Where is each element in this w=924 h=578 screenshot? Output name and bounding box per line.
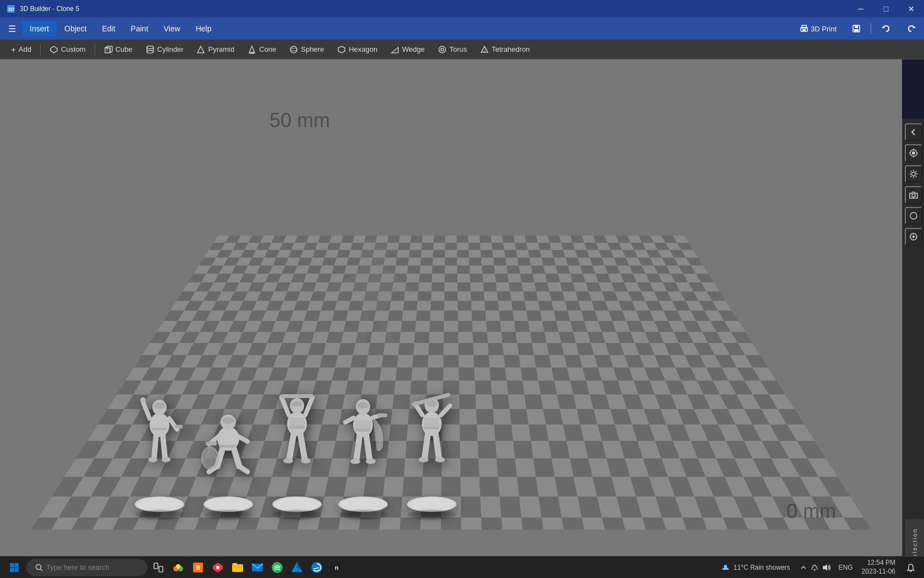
- menu-view[interactable]: View: [156, 21, 188, 36]
- cube-button[interactable]: Cube: [97, 43, 139, 56]
- taskbar-app-2[interactable]: B: [189, 559, 207, 576]
- figure-4[interactable]: [336, 367, 391, 512]
- sidebar-target-button[interactable]: [905, 228, 922, 246]
- save-button[interactable]: [846, 21, 866, 36]
- svg-point-26: [441, 48, 444, 51]
- windows-icon: [9, 563, 19, 572]
- figure-5[interactable]: [402, 364, 462, 512]
- taskbar-app-5[interactable]: [249, 559, 266, 576]
- svg-point-32: [154, 402, 165, 409]
- figure-3-base: [272, 497, 322, 512]
- svg-rect-6: [855, 25, 858, 28]
- svg-rect-118: [15, 563, 19, 568]
- svg-line-107: [910, 171, 911, 172]
- figure-2-shadow: [204, 509, 253, 520]
- tetrahedron-button[interactable]: Tetrahedron: [474, 43, 536, 56]
- cone-icon: [248, 45, 256, 54]
- titlebar: 3D 3D Builder - Clone 5 ─ □ ✕: [0, 0, 924, 18]
- svg-point-25: [439, 46, 446, 53]
- sidebar-light-button[interactable]: [905, 165, 922, 183]
- taskbar-app-4[interactable]: [229, 559, 246, 576]
- taskview-button[interactable]: [150, 559, 167, 576]
- svg-line-108: [915, 176, 916, 177]
- spotify-icon: [271, 561, 284, 574]
- svg-marker-18: [197, 46, 204, 53]
- add-button[interactable]: + Add: [4, 42, 38, 56]
- camera-icon: [909, 190, 918, 199]
- pyramid-button[interactable]: Pyramid: [190, 43, 241, 56]
- figure-1[interactable]: [132, 370, 187, 512]
- pyramid-icon: [196, 45, 205, 54]
- taskbar-app-8[interactable]: [308, 559, 326, 576]
- 3dprint-button[interactable]: 3D Print: [794, 21, 842, 36]
- taskbar-app-9[interactable]: n: [328, 559, 345, 576]
- canvas-area[interactable]: 50 mm 0 mm: [0, 59, 902, 578]
- hamburger-menu[interactable]: ☰: [2, 19, 22, 39]
- add-icon: +: [11, 45, 16, 54]
- svg-rect-131: [232, 564, 243, 572]
- close-button[interactable]: ✕: [899, 0, 924, 18]
- menubar-right: 3D Print: [794, 21, 922, 36]
- svg-point-39: [162, 457, 170, 462]
- search-placeholder: Type here to search: [46, 563, 109, 571]
- search-icon: [35, 564, 43, 571]
- 3dprint-label: 3D Print: [811, 25, 837, 33]
- custom-button[interactable]: Custom: [43, 43, 92, 56]
- svg-point-74: [350, 459, 360, 464]
- hexagon-button[interactable]: Hexagon: [331, 43, 384, 56]
- svg-rect-3: [802, 25, 806, 28]
- custom-label: Custom: [61, 45, 86, 53]
- sidebar-snap-button[interactable]: [905, 144, 922, 162]
- taskbar-app-6[interactable]: [268, 559, 286, 576]
- clock: 12:54 PM: [862, 559, 895, 568]
- sidebar-circle-button[interactable]: [905, 207, 922, 225]
- torus-label: Torus: [449, 45, 467, 53]
- light-icon: [909, 170, 918, 178]
- expand-tray-icon[interactable]: [800, 564, 807, 571]
- menu-edit[interactable]: Edit: [94, 21, 123, 36]
- custom-icon: [50, 45, 58, 54]
- svg-rect-35: [175, 425, 183, 428]
- redo-icon: [906, 24, 916, 34]
- svg-rect-76: [355, 420, 371, 430]
- svg-point-86: [419, 457, 428, 462]
- start-button[interactable]: [4, 558, 24, 577]
- wedge-button[interactable]: Wedge: [384, 43, 431, 56]
- sphere-button[interactable]: Sphere: [283, 43, 331, 56]
- svg-line-81: [415, 404, 422, 415]
- figure-2[interactable]: [198, 386, 258, 512]
- menu-paint[interactable]: Paint: [123, 21, 156, 36]
- svg-rect-77: [355, 429, 371, 432]
- taskbar-app-3[interactable]: [209, 559, 227, 576]
- figure-3[interactable]: [270, 364, 324, 512]
- sidebar-camera-button[interactable]: [905, 186, 922, 204]
- notification-button[interactable]: [902, 559, 920, 576]
- undo-button[interactable]: [876, 21, 897, 36]
- svg-rect-64: [289, 417, 305, 427]
- svg-text:n: n: [335, 564, 339, 571]
- taskbar-app-7[interactable]: [288, 559, 306, 576]
- svg-point-102: [911, 172, 915, 176]
- svg-point-21: [290, 46, 297, 53]
- redo-button[interactable]: [901, 21, 922, 36]
- sidebar-collapse-button[interactable]: [905, 123, 922, 141]
- menu-object[interactable]: Object: [57, 21, 94, 36]
- maximize-button[interactable]: □: [873, 0, 899, 18]
- cylinder-button[interactable]: Cylinder: [139, 43, 190, 56]
- taskbar-search[interactable]: Type here to search: [26, 559, 147, 576]
- menu-insert[interactable]: Insert: [22, 21, 57, 36]
- taskbar-app-1[interactable]: [169, 559, 187, 576]
- svg-line-33: [143, 402, 150, 418]
- menu-help[interactable]: Help: [188, 21, 219, 36]
- torus-button[interactable]: Torus: [431, 43, 474, 56]
- minimize-button[interactable]: ─: [848, 0, 873, 18]
- svg-line-69: [345, 418, 354, 422]
- svg-point-121: [36, 564, 41, 569]
- trooper-5-svg: [402, 364, 462, 497]
- snap-icon: [909, 149, 918, 157]
- cone-button[interactable]: Cone: [241, 43, 283, 56]
- svg-rect-65: [289, 426, 305, 429]
- svg-point-96: [912, 151, 915, 155]
- sphere-icon: [289, 45, 298, 54]
- time-display[interactable]: 12:54 PM 2023-11-06: [857, 559, 900, 576]
